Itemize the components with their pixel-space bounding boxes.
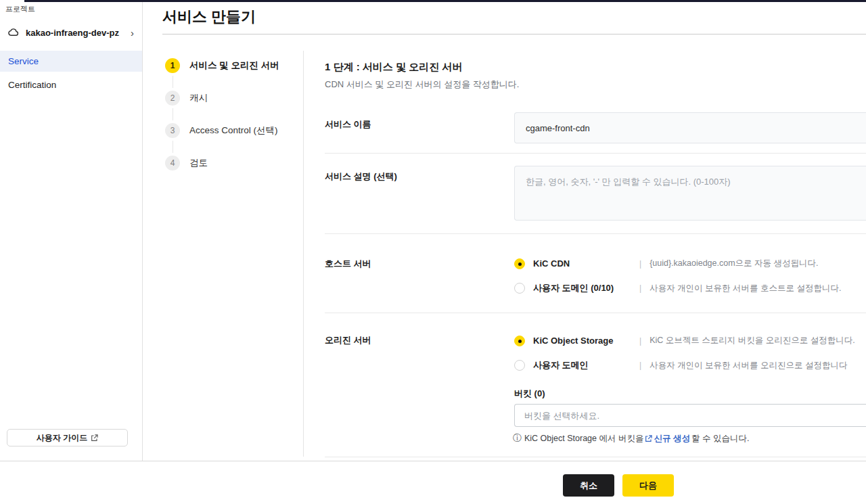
content-bottom-divider (0, 461, 866, 461)
host-option-kic-cdn-label: KiC CDN (533, 258, 639, 269)
step-content-subheading: CDN 서비스 및 오리진 서버의 설정을 작성합니다. (325, 78, 519, 91)
step-3-number: 3 (165, 123, 180, 138)
pipe-separator: | (639, 259, 641, 269)
next-button[interactable]: 다음 (622, 474, 674, 497)
app-frame: 프로젝트 kakao-infraeng-dev-pz › Service Cer… (0, 0, 866, 504)
origin-option-object-storage[interactable]: KiC Object Storage | KiC 오브젝트 스토리지 버킷을 오… (514, 335, 855, 346)
bucket-select[interactable] (514, 404, 866, 427)
step-connector (173, 76, 173, 88)
row-divider (325, 233, 866, 234)
origin-option-user-domain-label: 사용자 도메인 (533, 359, 639, 371)
step-4-review[interactable]: 4 검토 (165, 156, 208, 170)
row-divider (325, 313, 866, 313)
project-section-label: 프로젝트 (5, 4, 35, 14)
radio-unselected-icon[interactable] (514, 283, 525, 294)
step-connector (173, 141, 173, 153)
step-1-number: 1 (165, 58, 180, 73)
step-4-number: 4 (165, 156, 180, 170)
pipe-separator: | (639, 361, 641, 370)
step-3-label: Access Control (선택) (189, 124, 278, 137)
origin-server-label: 오리진 서버 (325, 334, 371, 346)
service-desc-label: 서비스 설명 (선택) (325, 170, 397, 183)
radio-selected-icon[interactable] (514, 336, 525, 346)
origin-option-object-storage-desc: KiC 오브젝트 스토리지 버킷을 오리진으로 설정합니다. (650, 335, 854, 346)
host-option-kic-cdn-desc: {uuid}.kakaoiedge.com으로 자동 생성됩니다. (650, 258, 818, 269)
step-2-label: 캐시 (189, 92, 208, 104)
step-connector (173, 108, 173, 120)
new-bucket-link[interactable]: 신규 생성 (645, 433, 689, 444)
host-server-label: 호스트 서버 (325, 258, 371, 270)
sidebar-menu: Service Certification (0, 51, 142, 98)
external-link-icon (645, 435, 652, 442)
host-option-kic-cdn[interactable]: KiC CDN | {uuid}.kakaoiedge.com으로 자동 생성됩… (514, 258, 819, 269)
chevron-right-icon[interactable]: › (131, 28, 134, 38)
radio-selected-icon[interactable] (514, 258, 525, 269)
bucket-info-line: ⓘ KiC Object Storage 에서 버킷을 신규 생성 할 수 있습… (513, 432, 749, 444)
top-accent-bar (24, 0, 866, 2)
new-bucket-link-label: 신규 생성 (654, 433, 689, 444)
bucket-info-suffix: 할 수 있습니다. (691, 433, 749, 444)
step-3-access-control[interactable]: 3 Access Control (선택) (165, 123, 278, 138)
title-divider (162, 34, 866, 35)
sidebar-item-certification[interactable]: Certification (0, 74, 142, 95)
bucket-label: 버킷 (0) (514, 388, 545, 400)
origin-option-user-domain-desc: 사용자 개인이 보유한 서버를 오리진으로 설정합니다 (650, 360, 847, 371)
service-name-input[interactable] (514, 112, 866, 143)
sidebar-item-service[interactable]: Service (0, 51, 142, 72)
page-title: 서비스 만들기 (162, 7, 256, 27)
step-content-heading: 1 단계 : 서비스 및 오리진 서버 (325, 61, 462, 74)
step-1-service-origin[interactable]: 1 서비스 및 오리진 서버 (165, 58, 279, 73)
origin-option-object-storage-label: KiC Object Storage (533, 336, 639, 346)
pipe-separator: | (639, 283, 641, 293)
host-option-user-domain[interactable]: 사용자 도메인 (0/10) | 사용자 개인이 보유한 서버를 호스트로 설정… (514, 282, 841, 294)
project-selector[interactable]: kakao-infraeng-dev-pz › (0, 23, 142, 42)
host-option-user-domain-label: 사용자 도메인 (0/10) (533, 282, 639, 294)
external-link-icon (91, 434, 98, 442)
cancel-button[interactable]: 취소 (563, 474, 614, 497)
sidebar: 프로젝트 kakao-infraeng-dev-pz › Service Cer… (0, 0, 143, 461)
user-guide-button[interactable]: 사용자 가이드 (7, 429, 128, 446)
step-2-cache[interactable]: 2 캐시 (165, 91, 208, 106)
pipe-separator: | (639, 336, 641, 346)
step-1-label: 서비스 및 오리진 서버 (189, 60, 279, 72)
step-4-label: 검토 (189, 157, 208, 169)
row-divider (325, 153, 866, 154)
project-name: kakao-infraeng-dev-pz (26, 28, 119, 38)
origin-option-user-domain[interactable]: 사용자 도메인 | 사용자 개인이 보유한 서버를 오리진으로 설정합니다 (514, 359, 848, 371)
info-icon: ⓘ (513, 432, 522, 444)
service-name-label: 서비스 이름 (325, 118, 371, 131)
row-divider (325, 457, 866, 457)
bucket-info-prefix: KiC Object Storage 에서 버킷을 (524, 433, 643, 444)
cloud-icon (7, 26, 20, 39)
user-guide-label: 사용자 가이드 (37, 432, 87, 444)
radio-unselected-icon[interactable] (514, 360, 525, 371)
host-option-user-domain-desc: 사용자 개인이 보유한 서버를 호스트로 설정합니다. (650, 283, 841, 294)
service-desc-textarea[interactable] (514, 166, 866, 221)
steps-panel-divider (303, 51, 304, 457)
step-2-number: 2 (165, 91, 180, 106)
